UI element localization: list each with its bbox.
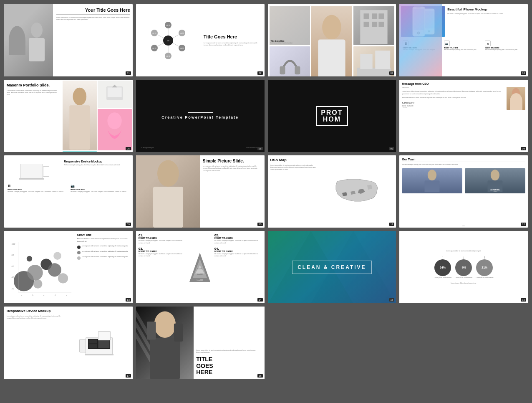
slide-11-content: USA Map Lorem ipsum dolor sit amet conse… [270,158,320,225]
slide-14-num-3: 03. [139,247,186,251]
slide-12-intro: We have a simple pricing plan. You'll lo… [402,164,525,166]
slide-12-photo-2: IAN RAPHAEL Director [465,168,525,193]
slide-17-body: Lorem ipsum dolor sit amet consectetur a… [7,315,62,320]
slide-18-photo [136,307,194,379]
slide-12-divider [402,162,525,162]
slide-5-img-1 [63,81,97,150]
slide-18-content: Lorem ipsum dolor sit amet consectetur a… [194,307,264,379]
slide-11-num: 11 [389,223,395,226]
slide-9-feature-2-label: INSERT TITLE HERE [71,189,130,190]
slide-14-left: 01. INSERT TITLE HERE We have a simple p… [139,233,186,301]
slide-8-num: 08 [521,147,526,150]
slide-13: 100 80 60 40 20 a b c d e [4,231,133,303]
svg-rect-44 [70,105,90,150]
slide-4-num: 04 [521,71,526,75]
slide-7-logo-box: PROT HOM [316,106,348,126]
slide-4-feature-2: 📷 INSERT TITLE HERE We have a simple pri… [444,41,484,51]
slide-13-dot-1 [77,246,81,249]
slide-9-feature-1-desc: We have a simple pricing plan. You'll lo… [8,191,67,193]
svg-rect-95 [174,324,183,342]
slide-4-title: Beautiful iPhone Mockup [447,8,524,12]
svg-point-56 [428,170,436,181]
slide-18: Lorem ipsum dolor sit amet consectetur a… [136,307,265,379]
slide-14-body-4: We have a simple pricing plan. You'll lo… [214,253,262,258]
slide-17-title: Responsive Device Mockup [7,309,62,313]
slide-3-num: 03 [389,71,395,75]
svg-rect-1 [29,38,45,61]
svg-rect-57 [425,181,440,193]
svg-point-48 [108,112,122,129]
slide-11-map [320,158,393,225]
slide-14-item-4: 04. INSERT TITLE HERE We have a simple p… [214,247,262,258]
svg-point-0 [31,23,43,38]
slide-6-footer: © designvalley.co www.website.com [136,147,265,149]
svg-text:b: b [32,294,33,297]
svg-text:Level 03: Level 03 [197,279,204,281]
slide-14-body-1: We have a simple pricing plan. You'll lo… [139,240,186,244]
svg-point-92 [154,312,176,338]
slide-14-item-2: 02. INSERT TITLE HERE We have a simple p… [214,233,262,244]
slide-7-logo-line1: PROT [321,109,343,116]
person-photo [4,4,53,76]
slide-11: USA Map Lorem ipsum dolor sit amet conse… [268,155,396,228]
slide-1-image [4,4,53,76]
svg-text:e: e [66,294,67,297]
slide-5-img-2 [98,81,132,108]
slide-16-label-1: Lorem ipsum dolor sit amet [434,277,451,279]
slide-13-body: Maecenas habitasse mollis nibh muis impe… [77,238,130,243]
svg-rect-93 [150,338,180,379]
slide-1-title: Your Title Goes Here [56,8,130,13]
slide-1-content: Your Title Goes Here Lorem ipsum dolor s… [53,4,133,76]
slide-12-title: Our Team [402,158,525,161]
slide-5-content: Masonry Portfolio Slide. Lorem ipsum dol… [4,80,62,152]
slide-3-cell-building [353,6,394,45]
svg-point-52 [512,88,520,99]
slide-13-dot-3 [77,256,81,260]
slide-1: Your Title Goes Here Lorem ipsum dolor s… [4,4,133,76]
svg-marker-47 [112,85,117,88]
svg-rect-31 [280,66,285,74]
arrow-up-icon-1: ↑ [442,256,444,259]
slide-14-num-4: 04. [214,247,262,251]
gear-icon: ⚙ [485,41,491,46]
svg-rect-26 [372,13,377,19]
slide-14-triangle: Level 03 Level 02 Level 01 [188,233,213,301]
slide-14-title-2: INSERT TITLE HERE [214,237,262,239]
slide-10-content: Simple Picture Slide. Lorem ipsum dolor … [200,155,265,228]
slide-14-num-1: 01. [139,233,186,237]
slide-6-title: Creative PowerPoint Template [161,115,239,119]
svg-rect-27 [379,13,384,19]
slide-13-text-1: Lorem ipsum dolor sit amet consectetur a… [82,245,128,247]
svg-rect-32 [295,66,300,74]
slide-4-body: We have a simple pricing plan. You'll lo… [447,13,524,15]
slide-8-body2: Maecenas habitasse mollis nibh muis impe… [402,97,504,99]
slide-9-feature-2: 📷 INSERT TITLE HERE We have a simple pri… [71,184,130,193]
slide-13-legend-2: Lorem ipsum dolor sit amet consectetur a… [77,251,130,254]
slide-12-role-1: CEO [399,225,528,227]
svg-point-22 [323,15,342,40]
slide-8-signature: Sarah Devi [402,101,504,104]
svg-rect-28 [364,22,369,27]
svg-text:Level 02: Level 02 [197,274,203,275]
slide-5-title: Masonry Portfolio Slide. [7,83,59,88]
slide-3-cell-1: Title Goes Here Lorem ipsum dolor sit am… [270,6,310,45]
slide-6-copyright: © designvalley.co [141,147,154,149]
slide-5-img-3 [98,109,132,150]
slide-16-item-1: ↑ 14% Lorem ipsum dolor sit amet [434,256,451,279]
slide-6-line-top [188,112,213,113]
svg-text:title 04: title 04 [166,56,170,57]
slide-8-photo [507,87,525,110]
slide-4: Beautiful iPhone Mockup We have a simple… [399,4,528,76]
svg-text:Level 01: Level 01 [197,268,202,270]
slide-10-photo [136,155,200,228]
slide-5-num: 05 [126,147,131,150]
slide-7: PROT HOM 07 [268,80,396,152]
slide-18-num: 18 [257,374,263,378]
slide-13-legend-3: Lorem ipsum dolor sit amet consectetur a… [77,256,130,260]
slide-10-fig [136,155,200,228]
arrow-down-icon: ↓ [463,256,464,259]
svg-rect-25 [364,13,369,19]
svg-point-76 [27,256,32,261]
svg-text:title: title [167,40,170,42]
slide-16-label-2: Lorem ipsum dolor sit amet [455,277,472,279]
